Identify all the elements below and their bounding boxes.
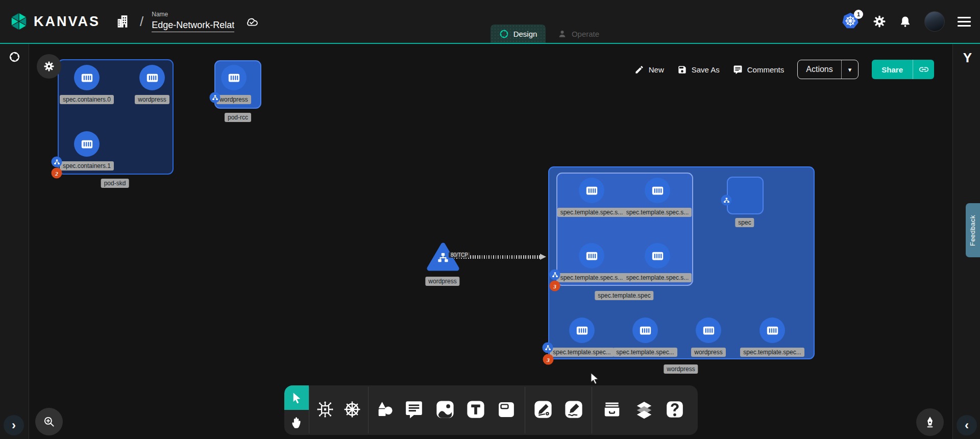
container-node[interactable]: spec.template.spec... [724,318,821,357]
canvas-settings-button[interactable] [37,54,61,79]
edge-port-label: 80/TCP [449,252,470,258]
notifications-bell-icon[interactable] [899,15,912,28]
design-name-input[interactable] [152,19,234,32]
cursor-arrow-icon [290,392,303,404]
help-tool[interactable] [665,399,685,420]
error-count-badge[interactable]: 3 [550,281,560,291]
sitemap-icon [437,252,449,263]
group-label-pod-rcc[interactable]: pod-rcc [225,113,251,122]
connection-badge-icon[interactable] [52,157,62,167]
mode-tabs: Design Operate [491,25,611,43]
kubernetes-context-button[interactable]: 1 [842,12,860,31]
components-tool[interactable] [316,400,335,419]
context-count-badge: 1 [854,10,863,19]
organization-icon[interactable] [115,14,130,29]
menu-hamburger-icon[interactable] [958,17,971,27]
operate-person-icon [557,29,567,39]
container-icon [74,65,100,90]
layers-tool[interactable] [634,400,654,419]
comments-icon [733,65,743,75]
dock-divider [592,387,592,433]
error-count-badge[interactable]: 2 [52,168,62,179]
comment-icon [404,400,424,419]
container-icon [632,318,658,343]
drawer-icon [602,400,622,419]
zoom-in-icon [42,415,56,428]
deployment-connection-badge[interactable] [543,343,553,353]
shapes-tool[interactable] [376,400,395,419]
container-icon [74,131,100,157]
node-label: spec.template.spec.s... [623,273,692,282]
note-tool[interactable] [496,399,517,420]
freehand-pencil-icon [563,399,584,420]
group-label-template[interactable]: spec.template.spec [595,291,653,300]
group-label-deployment[interactable]: wordpress [664,364,698,374]
container-icon [760,318,785,343]
brand[interactable]: KANVAS [9,12,100,31]
share-button[interactable]: Share [872,60,934,79]
container-node[interactable]: spec.template.spec.s... [609,178,706,217]
drawer-tool[interactable] [602,400,622,419]
comments-button[interactable]: Comments [733,65,785,75]
node-label: wordpress [691,348,725,357]
text-tool[interactable] [465,399,486,420]
connection-badge-icon[interactable] [550,270,560,280]
mouse-cursor [588,372,601,385]
new-pencil-icon [634,65,644,75]
pan-hand-tool[interactable] [284,410,309,434]
container-icon [569,318,595,343]
header: KANVAS / Name Design Operate [0,0,980,44]
container-node[interactable]: spec.template.spec.s... [609,243,706,282]
settings-gear-icon[interactable] [873,15,886,28]
error-count-badge[interactable]: 3 [543,354,554,365]
cursor-select-tool[interactable] [284,385,309,410]
container-node[interactable]: wordpress [185,65,282,104]
avatar[interactable] [924,11,945,32]
meshery-spiral-icon[interactable] [9,51,20,63]
node-label: spec.template.spec... [740,348,804,357]
container-icon [696,318,721,343]
copy-link-icon[interactable] [913,60,934,79]
layers-icon [634,400,654,419]
tab-operate[interactable]: Operate [546,25,611,43]
group-label-pod-skd[interactable]: pod-skd [101,179,129,188]
save-icon [677,65,687,75]
text-T-icon [465,399,486,420]
freehand-draw-tool[interactable] [563,399,584,420]
new-button[interactable]: New [634,65,664,75]
feedback-tab[interactable]: Feedback [966,203,980,257]
expand-left-panel-button[interactable]: › [4,415,24,435]
service-node-label: wordpress [425,277,459,286]
helm-wheel-icon [343,400,362,419]
comment-tool[interactable] [404,400,424,419]
brand-wordmark: KANVAS [34,14,100,30]
shapes-icon [376,400,395,419]
y-widget-icon[interactable]: Y [963,50,972,66]
group-spec[interactable] [727,177,764,214]
canvas-action-bar: New Save As Comments Actions ▾ Share [634,60,934,79]
zoom-in-button[interactable] [35,408,63,435]
dock-divider [309,387,309,433]
pen-nib-button[interactable] [916,408,944,436]
edge-pen-tool[interactable] [532,399,554,420]
container-icon [221,65,247,90]
expand-right-panel-button[interactable]: ‹ [957,415,977,435]
node-label: wordpress [135,95,169,104]
container-icon [579,178,604,203]
connection-badge-icon[interactable] [210,92,220,103]
container-icon [645,243,670,269]
connection-badge-icon[interactable] [721,195,732,206]
kubernetes-tool[interactable] [343,400,362,419]
image-tool[interactable] [434,399,456,420]
left-rail: › [0,44,29,439]
group-label-spec[interactable]: spec [735,218,754,227]
pen-line-icon [532,399,554,420]
actions-dropdown[interactable]: Actions ▾ [797,60,859,79]
container-icon [579,243,604,269]
save-as-button[interactable]: Save As [677,65,720,75]
dock-divider [368,387,369,433]
tab-design[interactable]: Design [491,25,546,43]
actions-caret-icon[interactable]: ▾ [841,60,859,79]
node-label: spec.template.spec.s... [623,208,692,217]
circuit-icon [316,400,335,419]
